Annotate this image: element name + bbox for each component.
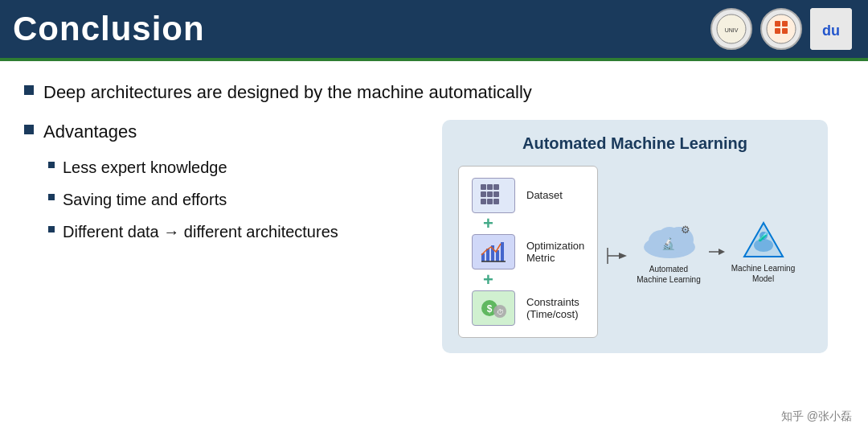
svg-text:$: $ [487,303,493,315]
svg-rect-6 [782,28,788,34]
svg-rect-15 [481,199,486,204]
ml-model-node: 🧪 Machine Learning Model [731,220,796,284]
svg-text:UNIV: UNIV [725,27,739,33]
svg-rect-22 [501,242,504,261]
aml-output-row: ⚙ 🔬 Automated Machine Learning [637,219,795,285]
plus-1-icon: + [472,215,584,232]
list-item: Different data → different architectures [48,220,410,243]
arrow-to-cloud [606,232,628,272]
advantages-section: Advantages Less expert knowledge Saving … [24,120,844,353]
svg-rect-11 [493,184,499,190]
plus-2-icon: + [472,271,584,289]
sub-bullet-square-2 [48,194,55,200]
main-bullet-text: Deep architectures are designed by the m… [43,80,532,105]
bullet-square-icon [24,85,34,95]
svg-rect-5 [775,28,780,34]
svg-text:🧪: 🧪 [757,230,769,242]
optmetric-label: OptimizationMetric [526,240,584,264]
list-item: Saving time and efforts [48,188,410,211]
svg-point-2 [767,14,796,43]
baidu-logo: du [810,8,852,50]
aml-flow-right: ⚙ 🔬 Automated Machine Learning [606,219,812,285]
slide-content: Deep architectures are designed by the m… [0,61,868,361]
advantages-title-row: Advantages [24,120,410,145]
aml-dataset-row: Dataset [472,178,584,213]
abstract-logo [760,8,802,50]
constraints-label: Constraints(Time/cost) [526,296,579,320]
sub-bullet-square-1 [48,162,55,168]
aml-inputs-col: Dataset + [458,166,598,338]
svg-text:⏱: ⏱ [497,308,504,316]
list-item: Less expert knowledge [48,156,410,179]
ml-model-label: Machine Learning Model [731,263,796,284]
advantages-left-col: Advantages Less expert knowledge Saving … [24,120,410,253]
svg-text:du: du [822,23,840,39]
svg-rect-12 [481,191,486,197]
aml-optmetric-row: OptimizationMetric [472,234,584,269]
svg-rect-13 [487,191,493,197]
aml-cloud-label: Automated Machine Learning [637,264,701,285]
constraints-icon-box: $ ⏱ [472,290,515,326]
aml-constraints-row: $ ⏱ Constraints(Time/cost) [472,290,584,326]
slide-header: Conclusion UNIV [0,0,868,61]
svg-rect-17 [493,199,499,204]
sub-bullet-text-1: Less expert knowledge [63,156,227,179]
svg-text:⚙: ⚙ [681,224,690,236]
svg-rect-3 [775,21,780,27]
advantages-bullet-square [24,125,34,134]
svg-rect-14 [493,191,499,197]
watermark-text: 知乎 @张小磊 [781,409,852,424]
sub-bullets-list: Less expert knowledge Saving time and ef… [24,156,410,243]
optmetric-icon-box [472,234,515,269]
svg-rect-9 [481,184,486,190]
aml-cloud-node: ⚙ 🔬 Automated Machine Learning [637,219,701,285]
slide: Conclusion UNIV [0,0,868,432]
svg-marker-38 [719,249,725,255]
aml-diagram-title: Automated Machine Learning [458,134,812,153]
sub-bullet-text-2: Saving time and efforts [63,188,227,211]
arrow-to-model-icon [707,244,725,260]
aml-inputs-box: Dataset + [458,166,598,338]
svg-rect-16 [487,199,493,204]
main-bullet-item: Deep architectures are designed by the m… [24,80,844,105]
dataset-icon-box [472,178,515,213]
aml-diagram-box: Automated Machine Learning [442,120,828,353]
sub-bullet-square-3 [48,226,55,232]
advantages-title-text: Advantages [43,120,137,145]
svg-rect-10 [487,184,493,190]
university-logo: UNIV [710,8,752,50]
dataset-label: Dataset [526,189,563,201]
sub-bullet-text-3: Different data → different architectures [63,220,338,243]
svg-rect-4 [782,21,788,27]
logo-area: UNIV du [710,8,852,50]
slide-title: Conclusion [13,10,205,48]
svg-text:🔬: 🔬 [661,237,676,251]
svg-marker-30 [619,253,627,259]
